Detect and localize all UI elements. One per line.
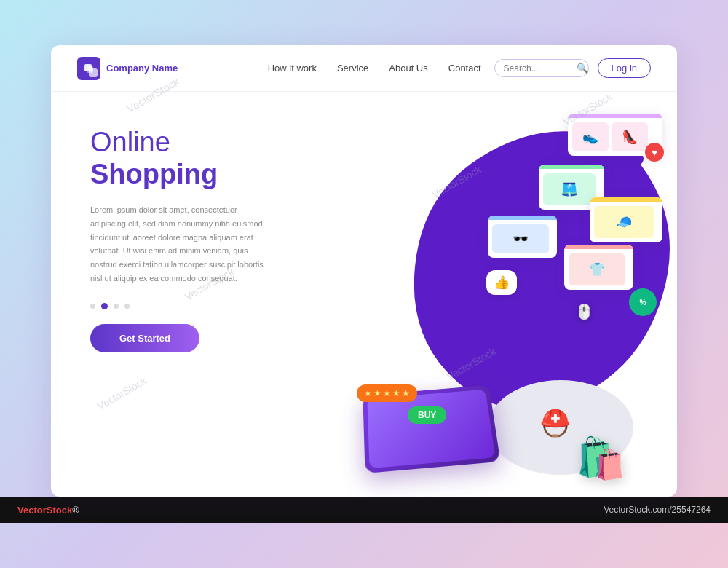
outer-card: VectorStock VectorStock VectorStock Vect… (51, 45, 677, 497)
buy-badge: BUY (408, 406, 446, 424)
dot-1[interactable] (90, 304, 95, 309)
nav-about-us[interactable]: About Us (389, 63, 427, 74)
hard-hat-icon: ⛑️ (539, 409, 571, 438)
glasses-card-body: 🕶️ (488, 220, 557, 258)
discount-badge: % (629, 288, 657, 316)
logo-area: Company Name (77, 57, 178, 80)
dot-4[interactable] (124, 304, 130, 309)
login-button[interactable]: Log in (598, 58, 651, 78)
hat-card-body: 🧢 (590, 202, 662, 242)
carousel-dots (90, 303, 294, 309)
star-5: ★ (402, 388, 410, 398)
get-started-button[interactable]: Get Started (90, 324, 199, 352)
hero-illustration: 👟 👠 🩳 🕶️ (320, 92, 677, 497)
shoes-item-2: 👠 (612, 122, 648, 151)
search-input[interactable] (504, 63, 577, 74)
discount-label: % (640, 299, 646, 307)
star-3: ★ (383, 388, 391, 398)
hero-left: Online Shopping Lorem ipsum dolor sit am… (51, 92, 320, 497)
company-name: Company Name (106, 63, 178, 74)
shirt-card-body: 👕 (564, 249, 633, 290)
footer-bar: VectorStock® VectorStock.com/25547264 (0, 497, 728, 523)
star-2: ★ (373, 388, 381, 398)
dot-2[interactable] (101, 303, 108, 309)
hero-description: Lorem ipsum dolor sit amet, consectetuer… (90, 203, 272, 285)
nav-service[interactable]: Service (337, 63, 368, 74)
headline-shopping: Shopping (90, 159, 294, 191)
svg-rect-1 (87, 66, 93, 73)
shorts-item: 🩳 (543, 173, 596, 205)
dot-3[interactable] (114, 304, 119, 309)
headline-online: Online (90, 127, 294, 159)
main-nav: How it work Service About Us Contact (268, 63, 481, 74)
nav-how-it-work[interactable]: How it work (268, 63, 317, 74)
glasses-product-card: 🕶️ (488, 216, 557, 258)
search-icon: 🔍 (577, 63, 588, 74)
heart-badge: ♥ (645, 143, 664, 162)
stars-rating-badge: ★ ★ ★ ★ ★ (357, 384, 417, 402)
main-content: Online Shopping Lorem ipsum dolor sit am… (51, 92, 677, 497)
shopping-bag-icon: 🛍️ (576, 435, 626, 482)
cursor-icon: 🖱️ (575, 303, 593, 320)
hat-item: 🧢 (594, 206, 654, 238)
footer-brand: VectorStock® (17, 505, 79, 516)
star-4: ★ (392, 388, 400, 398)
search-box[interactable]: 🔍 (494, 59, 589, 77)
footer-brand-name: VectorStock (17, 505, 72, 516)
hat-product-card: 🧢 (590, 197, 662, 242)
star-1: ★ (364, 388, 372, 398)
shoes-item: 👟 (572, 122, 609, 151)
header: Company Name How it work Service About U… (51, 45, 677, 92)
nav-contact[interactable]: Contact (448, 63, 481, 74)
glasses-item: 🕶️ (492, 224, 549, 253)
shirt-item: 👕 (569, 253, 625, 285)
footer-url: VectorStock.com/25547264 (604, 505, 711, 515)
shirt-product-card: 👕 (564, 245, 633, 290)
logo-icon (77, 57, 100, 80)
like-bubble: 👍 (486, 270, 517, 295)
